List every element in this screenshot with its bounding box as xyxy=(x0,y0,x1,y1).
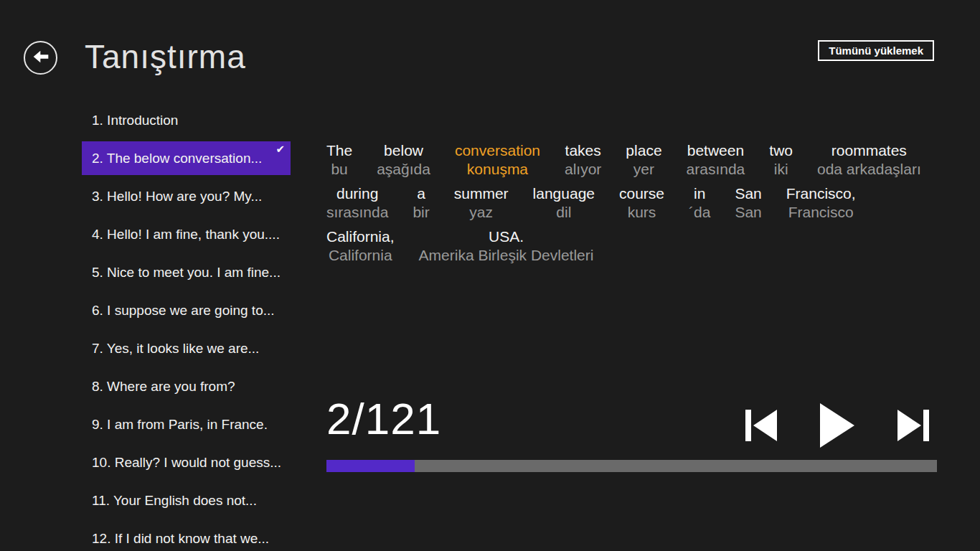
playlist-item-8[interactable]: 8. Where are you from? xyxy=(82,369,291,403)
check-icon: ✔ xyxy=(275,143,285,154)
download-all-button[interactable]: Tümünü yüklemek xyxy=(818,40,934,61)
playlist-item-label: 7. Yes, it looks like we are... xyxy=(92,341,259,357)
word-pair[interactable]: during sırasında xyxy=(326,184,388,222)
word-pair[interactable]: roommates oda arkadaşları xyxy=(817,141,921,179)
skip-next-icon xyxy=(896,408,930,443)
next-button[interactable] xyxy=(896,408,930,443)
playlist-item-label: 3. Hello! How are you? My... xyxy=(92,189,262,204)
word-english: language xyxy=(533,184,595,203)
word-pair[interactable]: USA. Amerika Birleşik Devletleri xyxy=(419,227,594,265)
back-arrow-icon xyxy=(32,49,50,67)
playlist-item-label: 9. I am from Paris, in France. xyxy=(92,417,268,433)
playlist-item-label: 12. If I did not know that we... xyxy=(92,531,269,547)
previous-button[interactable] xyxy=(744,408,778,443)
playlist-item-1[interactable]: 1. Introduction xyxy=(82,103,291,137)
page-title: Tanıştırma xyxy=(85,37,246,76)
word-translation: arasında xyxy=(687,160,745,179)
word-english: takes xyxy=(565,141,601,160)
word-translation: dil xyxy=(533,203,595,222)
word-translation: yaz xyxy=(454,203,509,222)
progress-bar[interactable] xyxy=(326,460,937,472)
word-pair[interactable]: course kurs xyxy=(619,184,664,222)
word-english: Francisco, xyxy=(786,184,856,203)
playlist-item-4[interactable]: 4. Hello! I am fine, thank you.... xyxy=(82,217,291,251)
word-english: a xyxy=(413,184,429,203)
word-pair[interactable]: San San xyxy=(735,184,761,222)
sentence-playlist: 1. Introduction 2. The below conversatio… xyxy=(82,103,291,551)
word-translation: San xyxy=(735,203,761,222)
playlist-item-label: 8. Where are you from? xyxy=(92,379,235,395)
word-pair[interactable]: a bir xyxy=(413,184,429,222)
word-translation: kurs xyxy=(619,203,664,222)
playlist-item-6[interactable]: 6. I suppose we are going to... xyxy=(82,293,291,327)
word-translation: iki xyxy=(769,160,793,179)
word-translation: konuşma xyxy=(455,160,540,179)
sentence-counter: 2/121 xyxy=(326,393,441,444)
word-pair[interactable]: two iki xyxy=(769,141,793,179)
word-translation: Francisco xyxy=(786,203,856,222)
play-icon xyxy=(819,402,856,449)
word-english: in xyxy=(689,184,710,203)
playlist-item-label: 5. Nice to meet you. I am fine... xyxy=(92,265,281,281)
sentence-word-grid: The bu below aşağıda conversation konuşm… xyxy=(326,141,951,270)
word-english: California, xyxy=(326,227,395,246)
playlist-item-11[interactable]: 11. Your English does not... xyxy=(82,484,291,517)
playlist-item-7[interactable]: 7. Yes, it looks like we are... xyxy=(82,331,291,365)
word-pair[interactable]: California, California xyxy=(326,227,395,265)
playlist-item-label: 2. The below conversation... xyxy=(92,151,262,166)
back-button[interactable] xyxy=(24,41,57,75)
word-pair[interactable]: The bu xyxy=(326,141,352,179)
word-translation: ´da xyxy=(689,203,710,222)
playlist-item-label: 6. I suppose we are going to... xyxy=(92,303,275,319)
word-translation: oda arkadaşları xyxy=(817,160,921,179)
word-english: course xyxy=(619,184,664,203)
word-english: place xyxy=(626,141,661,160)
word-english: conversation xyxy=(455,141,540,160)
word-pair[interactable]: in ´da xyxy=(689,184,710,222)
word-english: between xyxy=(687,141,745,160)
playlist-item-9[interactable]: 9. I am from Paris, in France. xyxy=(82,408,291,441)
playlist-item-12[interactable]: 12. If I did not know that we... xyxy=(82,522,291,551)
word-english: USA. xyxy=(419,227,594,246)
skip-previous-icon xyxy=(744,408,778,443)
word-row-1: The bu below aşağıda conversation konuşm… xyxy=(326,141,951,179)
word-english: two xyxy=(769,141,793,160)
word-pair[interactable]: summer yaz xyxy=(454,184,509,222)
media-controls xyxy=(744,402,930,449)
word-translation: California xyxy=(326,246,395,265)
word-english: The xyxy=(326,141,352,160)
playlist-item-label: 4. Hello! I am fine, thank you.... xyxy=(92,227,280,242)
playlist-item-label: 1. Introduction xyxy=(92,113,178,128)
word-english: below xyxy=(377,141,430,160)
word-pair-highlighted[interactable]: conversation konuşma xyxy=(455,141,540,179)
word-row-3: California, California USA. Amerika Birl… xyxy=(326,227,951,265)
word-translation: bir xyxy=(413,203,429,222)
playlist-item-label: 11. Your English does not... xyxy=(92,493,257,509)
word-pair[interactable]: language dil xyxy=(533,184,595,222)
word-pair[interactable]: Francisco, Francisco xyxy=(786,184,856,222)
word-pair[interactable]: below aşağıda xyxy=(377,141,430,179)
word-english: during xyxy=(326,184,388,203)
word-pair[interactable]: place yer xyxy=(626,141,661,179)
word-pair[interactable]: takes alıyor xyxy=(565,141,601,179)
playlist-item-10[interactable]: 10. Really? I would not guess... xyxy=(82,446,291,479)
word-english: summer xyxy=(454,184,509,203)
playlist-item-label: 10. Really? I would not guess... xyxy=(92,455,281,471)
word-row-2: during sırasında a bir summer yaz langua… xyxy=(326,184,951,222)
word-translation: aşağıda xyxy=(377,160,430,179)
progress-fill xyxy=(326,460,415,472)
word-translation: yer xyxy=(626,160,661,179)
word-pair[interactable]: between arasında xyxy=(687,141,745,179)
word-translation: bu xyxy=(326,160,352,179)
playlist-item-2-selected[interactable]: 2. The below conversation... ✔ xyxy=(82,141,291,175)
playlist-item-5[interactable]: 5. Nice to meet you. I am fine... xyxy=(82,255,291,289)
word-english: San xyxy=(735,184,761,203)
word-translation: sırasında xyxy=(326,203,388,222)
play-button[interactable] xyxy=(819,402,856,449)
word-english: roommates xyxy=(817,141,921,160)
playlist-item-3[interactable]: 3. Hello! How are you? My... xyxy=(82,179,291,213)
word-translation: alıyor xyxy=(565,160,601,179)
word-translation: Amerika Birleşik Devletleri xyxy=(419,246,594,265)
